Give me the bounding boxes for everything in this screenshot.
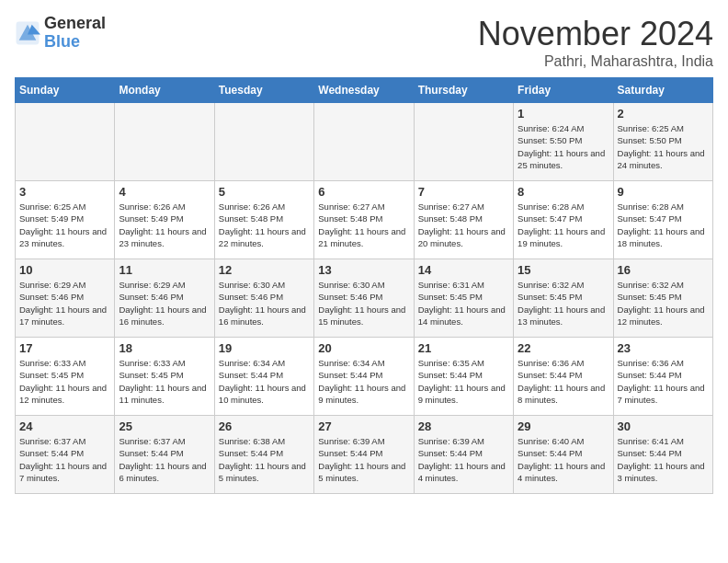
day-number: 22: [518, 341, 609, 355]
calendar-cell-w0d4: [414, 103, 513, 181]
calendar-cell-w3d5: 22Sunrise: 6:36 AM Sunset: 5:44 PM Dayli…: [514, 338, 613, 416]
day-number: 24: [19, 419, 110, 433]
day-info: Sunrise: 6:28 AM Sunset: 5:47 PM Dayligh…: [618, 201, 709, 249]
day-number: 4: [119, 185, 210, 199]
calendar-cell-w0d6: 2Sunrise: 6:25 AM Sunset: 5:50 PM Daylig…: [613, 103, 712, 181]
day-info: Sunrise: 6:37 AM Sunset: 5:44 PM Dayligh…: [119, 435, 210, 484]
weekday-header-tuesday: Tuesday: [214, 78, 313, 103]
day-info: Sunrise: 6:25 AM Sunset: 5:49 PM Dayligh…: [19, 201, 110, 249]
general-blue-icon: [15, 20, 40, 46]
calendar-cell-w0d3: [314, 103, 414, 181]
calendar-cell-w4d0: 24Sunrise: 6:37 AM Sunset: 5:44 PM Dayli…: [16, 416, 115, 494]
day-number: 18: [119, 341, 210, 355]
weekday-header-thursday: Thursday: [414, 78, 513, 103]
day-info: Sunrise: 6:34 AM Sunset: 5:44 PM Dayligh…: [219, 357, 310, 406]
calendar-cell-w4d2: 26Sunrise: 6:38 AM Sunset: 5:44 PM Dayli…: [214, 416, 313, 494]
calendar-week-0: 1Sunrise: 6:24 AM Sunset: 5:50 PM Daylig…: [16, 103, 713, 181]
day-number: 12: [219, 263, 310, 277]
logo-text: General Blue: [44, 15, 106, 52]
calendar-cell-w3d3: 20Sunrise: 6:34 AM Sunset: 5:44 PM Dayli…: [314, 338, 414, 416]
day-info: Sunrise: 6:33 AM Sunset: 5:45 PM Dayligh…: [119, 357, 210, 406]
day-number: 3: [19, 185, 110, 199]
calendar-header: SundayMondayTuesdayWednesdayThursdayFrid…: [16, 78, 713, 103]
calendar-week-3: 17Sunrise: 6:33 AM Sunset: 5:45 PM Dayli…: [16, 338, 713, 416]
weekday-header-row: SundayMondayTuesdayWednesdayThursdayFrid…: [16, 78, 713, 103]
calendar-cell-w3d6: 23Sunrise: 6:36 AM Sunset: 5:44 PM Dayli…: [613, 338, 712, 416]
day-number: 23: [618, 341, 709, 355]
day-number: 13: [318, 263, 409, 277]
calendar-cell-w4d1: 25Sunrise: 6:37 AM Sunset: 5:44 PM Dayli…: [115, 416, 214, 494]
day-info: Sunrise: 6:27 AM Sunset: 5:48 PM Dayligh…: [418, 201, 509, 249]
day-info: Sunrise: 6:30 AM Sunset: 5:46 PM Dayligh…: [219, 279, 310, 327]
day-number: 19: [219, 341, 310, 355]
calendar-cell-w2d0: 10Sunrise: 6:29 AM Sunset: 5:46 PM Dayli…: [16, 259, 115, 338]
calendar-cell-w1d3: 6Sunrise: 6:27 AM Sunset: 5:48 PM Daylig…: [314, 181, 414, 259]
day-number: 26: [219, 419, 310, 433]
calendar-cell-w4d6: 30Sunrise: 6:41 AM Sunset: 5:44 PM Dayli…: [613, 416, 712, 494]
calendar-cell-w2d4: 14Sunrise: 6:31 AM Sunset: 5:45 PM Dayli…: [414, 259, 513, 338]
calendar-week-4: 24Sunrise: 6:37 AM Sunset: 5:44 PM Dayli…: [16, 416, 713, 494]
day-number: 7: [418, 185, 509, 199]
calendar-cell-w1d6: 9Sunrise: 6:28 AM Sunset: 5:47 PM Daylig…: [613, 181, 712, 259]
weekday-header-sunday: Sunday: [16, 78, 115, 103]
calendar-week-1: 3Sunrise: 6:25 AM Sunset: 5:49 PM Daylig…: [16, 181, 713, 259]
calendar-body: 1Sunrise: 6:24 AM Sunset: 5:50 PM Daylig…: [16, 103, 713, 494]
calendar-cell-w0d0: [16, 103, 115, 181]
day-info: Sunrise: 6:41 AM Sunset: 5:44 PM Dayligh…: [618, 435, 709, 484]
calendar-cell-w3d1: 18Sunrise: 6:33 AM Sunset: 5:45 PM Dayli…: [115, 338, 214, 416]
calendar-cell-w1d0: 3Sunrise: 6:25 AM Sunset: 5:49 PM Daylig…: [16, 181, 115, 259]
day-info: Sunrise: 6:27 AM Sunset: 5:48 PM Dayligh…: [318, 201, 409, 249]
day-number: 21: [418, 341, 509, 355]
logo-general: General: [44, 14, 106, 32]
day-info: Sunrise: 6:36 AM Sunset: 5:44 PM Dayligh…: [618, 357, 709, 406]
calendar-cell-w0d2: [214, 103, 313, 181]
calendar-cell-w0d1: [115, 103, 214, 181]
calendar-cell-w2d3: 13Sunrise: 6:30 AM Sunset: 5:46 PM Dayli…: [314, 259, 414, 338]
day-info: Sunrise: 6:35 AM Sunset: 5:44 PM Dayligh…: [418, 357, 509, 406]
day-info: Sunrise: 6:25 AM Sunset: 5:50 PM Dayligh…: [618, 122, 709, 171]
day-info: Sunrise: 6:31 AM Sunset: 5:45 PM Dayligh…: [418, 279, 509, 327]
day-info: Sunrise: 6:39 AM Sunset: 5:44 PM Dayligh…: [318, 435, 409, 484]
day-number: 11: [119, 263, 210, 277]
day-info: Sunrise: 6:40 AM Sunset: 5:44 PM Dayligh…: [518, 435, 609, 484]
day-number: 16: [618, 263, 709, 277]
day-info: Sunrise: 6:26 AM Sunset: 5:48 PM Dayligh…: [219, 201, 310, 249]
day-info: Sunrise: 6:28 AM Sunset: 5:47 PM Dayligh…: [518, 201, 609, 249]
day-info: Sunrise: 6:36 AM Sunset: 5:44 PM Dayligh…: [518, 357, 609, 406]
calendar-cell-w4d4: 28Sunrise: 6:39 AM Sunset: 5:44 PM Dayli…: [414, 416, 513, 494]
day-info: Sunrise: 6:26 AM Sunset: 5:49 PM Dayligh…: [119, 201, 210, 249]
day-number: 17: [19, 341, 110, 355]
calendar-cell-w3d0: 17Sunrise: 6:33 AM Sunset: 5:45 PM Dayli…: [16, 338, 115, 416]
day-number: 6: [318, 185, 409, 199]
month-title: November 2024: [478, 15, 713, 53]
day-number: 8: [518, 185, 609, 199]
day-info: Sunrise: 6:24 AM Sunset: 5:50 PM Dayligh…: [518, 122, 609, 171]
calendar-cell-w1d5: 8Sunrise: 6:28 AM Sunset: 5:47 PM Daylig…: [514, 181, 613, 259]
day-number: 20: [318, 341, 409, 355]
logo: General Blue: [15, 15, 106, 52]
calendar-cell-w3d4: 21Sunrise: 6:35 AM Sunset: 5:44 PM Dayli…: [414, 338, 513, 416]
day-number: 28: [418, 419, 509, 433]
calendar-cell-w4d3: 27Sunrise: 6:39 AM Sunset: 5:44 PM Dayli…: [314, 416, 414, 494]
day-number: 15: [518, 263, 609, 277]
calendar-cell-w2d2: 12Sunrise: 6:30 AM Sunset: 5:46 PM Dayli…: [214, 259, 313, 338]
logo-blue: Blue: [44, 32, 80, 51]
day-info: Sunrise: 6:39 AM Sunset: 5:44 PM Dayligh…: [418, 435, 509, 484]
weekday-header-saturday: Saturday: [613, 78, 712, 103]
day-number: 5: [219, 185, 310, 199]
weekday-header-wednesday: Wednesday: [314, 78, 414, 103]
day-info: Sunrise: 6:37 AM Sunset: 5:44 PM Dayligh…: [19, 435, 110, 484]
weekday-header-friday: Friday: [514, 78, 613, 103]
day-info: Sunrise: 6:30 AM Sunset: 5:46 PM Dayligh…: [318, 279, 409, 327]
day-number: 10: [19, 263, 110, 277]
calendar-cell-w0d5: 1Sunrise: 6:24 AM Sunset: 5:50 PM Daylig…: [514, 103, 613, 181]
calendar-week-2: 10Sunrise: 6:29 AM Sunset: 5:46 PM Dayli…: [16, 259, 713, 338]
day-number: 30: [618, 419, 709, 433]
day-number: 1: [518, 107, 609, 121]
calendar-cell-w1d2: 5Sunrise: 6:26 AM Sunset: 5:48 PM Daylig…: [214, 181, 313, 259]
location-subtitle: Pathri, Maharashtra, India: [478, 53, 713, 70]
calendar-cell-w2d1: 11Sunrise: 6:29 AM Sunset: 5:46 PM Dayli…: [115, 259, 214, 338]
calendar-cell-w2d6: 16Sunrise: 6:32 AM Sunset: 5:45 PM Dayli…: [613, 259, 712, 338]
day-number: 25: [119, 419, 210, 433]
day-info: Sunrise: 6:33 AM Sunset: 5:45 PM Dayligh…: [19, 357, 110, 406]
